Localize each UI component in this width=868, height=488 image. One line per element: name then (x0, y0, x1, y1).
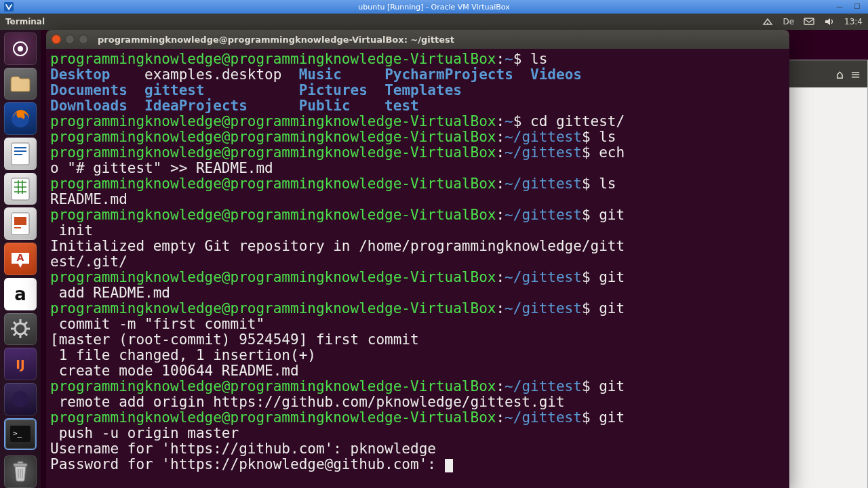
close-icon[interactable] (52, 35, 61, 44)
virtualbox-window-controls: — ☐ (831, 1, 865, 11)
terminal-cursor (445, 459, 453, 472)
ubuntu-software-icon[interactable]: A (4, 243, 37, 275)
terminal-titlebar[interactable]: programmingknowledge@programmingknowledg… (46, 30, 789, 49)
sound-icon[interactable] (824, 18, 835, 26)
maximize-button[interactable]: ☐ (849, 1, 865, 11)
firefox-icon[interactable] (4, 102, 37, 135)
svg-text:>_: >_ (13, 429, 22, 438)
amazon-icon[interactable]: a (4, 278, 37, 310)
eclipse-icon[interactable] (4, 383, 37, 415)
ubuntu-top-panel: Terminal De 13:4 (0, 14, 868, 30)
minimize-icon[interactable] (65, 35, 75, 44)
messaging-icon[interactable] (804, 18, 814, 26)
svg-line-27 (24, 322, 27, 325)
svg-rect-17 (14, 227, 21, 228)
libreoffice-writer-icon[interactable] (4, 138, 37, 170)
svg-rect-8 (14, 154, 22, 155)
terminal-launcher-icon[interactable]: >_ (4, 418, 37, 451)
svg-rect-1 (804, 18, 814, 24)
svg-point-3 (18, 46, 23, 52)
dash-icon[interactable] (4, 33, 37, 65)
libreoffice-impress-icon[interactable] (4, 207, 37, 240)
svg-rect-9 (12, 178, 29, 200)
virtualbox-icon (4, 2, 14, 12)
system-settings-icon[interactable] (4, 313, 37, 346)
intellij-icon[interactable]: IJ (4, 348, 37, 380)
files-window[interactable]: ⌂ ≡ (787, 60, 868, 488)
terminal-window: programmingknowledge@programmingknowledg… (46, 30, 789, 488)
svg-rect-16 (14, 217, 26, 225)
svg-rect-7 (14, 150, 26, 152)
virtualbox-title-bar: ubuntu [Running] - Oracle VM VirtualBox … (0, 0, 868, 14)
language-indicator[interactable]: De (783, 17, 794, 26)
maximize-icon[interactable] (79, 35, 88, 44)
svg-line-25 (24, 333, 27, 336)
trash-icon[interactable] (4, 455, 37, 488)
ubuntu-desktop: Terminal De 13:4 (0, 14, 868, 488)
unity-launcher: A a IJ >_ (0, 30, 41, 488)
hamburger-icon[interactable]: ≡ (850, 67, 861, 81)
svg-rect-31 (14, 464, 27, 466)
svg-line-26 (14, 333, 16, 336)
files-icon[interactable] (4, 68, 37, 100)
terminal-title: programmingknowledge@programmingknowledg… (98, 35, 454, 45)
svg-point-28 (12, 391, 28, 407)
svg-text:A: A (17, 252, 24, 263)
terminal-output[interactable]: programmingknowledge@programmingknowledg… (46, 49, 789, 488)
svg-line-24 (14, 322, 16, 325)
svg-point-19 (15, 323, 26, 334)
libreoffice-calc-icon[interactable] (4, 173, 37, 205)
virtualbox-title: ubuntu [Running] - Oracle VM VirtualBox (358, 3, 510, 12)
clock[interactable]: 13:4 (844, 17, 863, 26)
files-toolbar: ⌂ ≡ (787, 60, 867, 87)
minimize-button[interactable]: — (831, 1, 848, 11)
svg-rect-32 (18, 462, 23, 464)
network-icon[interactable] (762, 18, 773, 26)
svg-rect-6 (14, 147, 26, 148)
panel-app-title: Terminal (5, 17, 45, 26)
home-icon[interactable]: ⌂ (835, 67, 843, 81)
